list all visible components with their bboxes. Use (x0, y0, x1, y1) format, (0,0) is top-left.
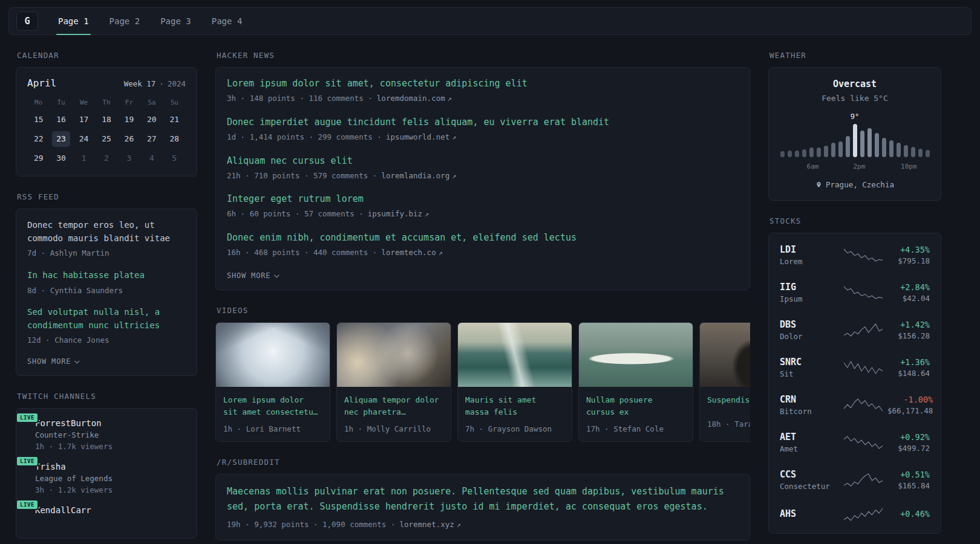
video-title: Lorem ipsum dolor sit amet consectetu… (216, 387, 330, 418)
weather-hour-bar (904, 145, 908, 157)
weather-time-label: 2pm (854, 163, 866, 170)
app-logo[interactable]: G (16, 11, 38, 31)
video-card[interactable]: Lorem ipsum dolor sit amet consectetu… 1… (215, 322, 330, 442)
calendar-day: 20 (140, 112, 163, 128)
stock-price: $499.72 (887, 444, 930, 453)
video-thumbnail (458, 323, 572, 387)
tab-page-3[interactable]: Page 3 (150, 8, 201, 34)
twitch-channel-name: KendallCarr (35, 505, 91, 515)
weather-hour-bar (831, 143, 835, 157)
rss-item-meta: 12d · Chance Jones (27, 335, 186, 346)
hn-item-domain-link[interactable]: loremtech.co↗ (381, 248, 443, 257)
rss-item-meta: 8d · Cynthia Saunders (27, 285, 186, 296)
hn-item-title[interactable]: Integer eget rutrum lorem (227, 193, 364, 206)
weather-hour-bar (882, 138, 886, 157)
tab-page-4[interactable]: Page 4 (201, 8, 253, 34)
hn-item-meta: 3h · 148 points · 116 comments ·loremdom… (227, 93, 739, 104)
hn-item-domain-link[interactable]: ipsumify.biz↗ (368, 209, 430, 218)
video-meta: 1h · Lori Barnett (216, 418, 330, 441)
weather-hour-bar (795, 151, 799, 157)
hn-item: Donec enim nibh, condimentum et accumsan… (227, 232, 739, 258)
hn-item-domain-link[interactable]: ipsumworld.net↗ (386, 132, 457, 141)
video-meta: 18h · Tara (700, 413, 750, 436)
calendar-day: 26 (118, 131, 140, 147)
rss-item-title[interactable]: Donec tempor eros leo, ut commodo mauris… (27, 219, 186, 245)
weather-hour-bar (918, 149, 923, 157)
twitch-channel[interactable]: LIVE ForrestBurton Counter-Strike 1h · 1… (27, 418, 186, 451)
weather-hour-bar (867, 128, 872, 157)
weather-location: Prague, Czechia (780, 180, 930, 189)
stock-row: LDILorem +4.35%$795.18 (780, 236, 930, 274)
twitch-channel[interactable]: LIVE Trisha League of Legends 3h · 1.2k … (27, 462, 186, 494)
video-meta: 1h · Molly Carrillo (337, 418, 451, 441)
calendar-day: 24 (73, 131, 95, 147)
stock-sparkline (844, 322, 883, 338)
rss-item-title[interactable]: Sed volutpat nulla nisl, a condimentum n… (27, 306, 186, 332)
left-column: CALENDAR April Week 17 · 2024 Mo Tu We T… (16, 35, 197, 539)
subreddit-post-domain: loremnet.xyz (399, 520, 454, 529)
stock-change: +1.36% (887, 357, 930, 367)
hn-item-domain-link[interactable]: loremlandia.org↗ (381, 171, 456, 180)
hn-item-title[interactable]: Aliquam nec cursus elit (227, 155, 353, 167)
calendar-week-label: Week 17 (124, 79, 156, 88)
show-more-label: SHOW MORE (227, 271, 270, 280)
stock-symbol: CRN (780, 394, 839, 405)
external-link-icon: ↗ (425, 210, 429, 218)
external-link-icon: ↗ (457, 520, 461, 529)
rss-item-meta: 7d · Ashlyn Martin (27, 248, 186, 259)
weather-hour-bar (824, 146, 828, 157)
video-card[interactable]: Mauris sit amet massa felis 7h · Grayson… (457, 322, 572, 442)
weather-condition: Overcast (780, 79, 930, 89)
stock-sparkline (844, 397, 883, 413)
calendar-day: 22 (27, 131, 50, 147)
stock-sparkline (844, 285, 883, 300)
stock-change: +0.46% (887, 509, 930, 519)
calendar-day: 30 (50, 151, 72, 166)
subreddit-post-title[interactable]: Maecenas mollis pulvinar erat non posuer… (227, 484, 739, 514)
hn-item-domain-link[interactable]: loremdomain.com↗ (377, 94, 452, 103)
weather-hour-bar (838, 141, 843, 157)
location-pin-icon (815, 181, 822, 189)
hn-show-more-button[interactable]: SHOW MORE (227, 271, 279, 280)
calendar-section-title: CALENDAR (17, 51, 196, 60)
external-link-icon: ↗ (452, 172, 456, 180)
hn-item: Lorem ipsum dolor sit amet, consectetur … (227, 77, 739, 104)
calendar-weekday: Th (95, 97, 117, 108)
rss-item: In hac habitasse platea 8d · Cynthia Sau… (27, 269, 186, 296)
hn-item-title[interactable]: Donec enim nibh, condimentum et accumsan… (227, 232, 577, 244)
stock-sparkline (844, 472, 883, 488)
twitch-widget: LIVE ForrestBurton Counter-Strike 1h · 1… (16, 408, 197, 539)
calendar-day: 28 (163, 131, 186, 147)
calendar-day-next-month: 4 (140, 151, 163, 166)
topbar: G Page 1 Page 2 Page 3 Page 4 (8, 7, 972, 35)
tab-page-2[interactable]: Page 2 (99, 8, 151, 34)
tab-page-1[interactable]: Page 1 (48, 8, 99, 34)
calendar-day: 16 (50, 112, 72, 128)
calendar-day-next-month: 1 (73, 151, 95, 166)
video-card[interactable]: Nullam posuere cursus ex 17h · Stefan Co… (578, 322, 693, 442)
external-link-icon: ↗ (452, 133, 456, 141)
subreddit-post-domain-link[interactable]: loremnet.xyz↗ (399, 520, 461, 529)
video-thumbnail (579, 323, 693, 387)
calendar-grid: Mo Tu We Th Fr Sa Su 15 16 17 18 19 20 2… (27, 97, 186, 166)
calendar-header: April Week 17 · 2024 (27, 77, 186, 89)
stock-price: $148.64 (887, 369, 930, 378)
hn-item-title[interactable]: Donec imperdiet augue tincidunt felis al… (227, 116, 609, 129)
weather-feels-like: Feels like 5°C (780, 94, 930, 103)
video-card[interactable]: Aliquam tempor dolor nec pharetra… 1h · … (336, 322, 451, 442)
hn-item-stats: 21h · 710 points · 579 comments · (227, 171, 377, 180)
subreddit-widget: Maecenas mollis pulvinar erat non posuer… (215, 474, 750, 540)
weather-hour-bar (889, 140, 893, 157)
video-title: Suspendisse diam (700, 387, 750, 413)
video-card[interactable]: Suspendisse diam 18h · Tara (699, 322, 750, 442)
calendar-weekday: Fr (118, 97, 140, 108)
calendar-weekday: Su (163, 97, 186, 108)
hn-item-stats: 16h · 468 points · 440 comments · (227, 248, 377, 257)
rss-item-title[interactable]: In hac habitasse platea (27, 269, 186, 282)
stock-name: Lorem (780, 257, 839, 266)
twitch-channel[interactable]: LIVE KendallCarr (27, 505, 186, 517)
twitch-section-title: TWITCH CHANNELS (17, 392, 196, 401)
stock-name: Ipsum (780, 294, 839, 303)
hn-item-title[interactable]: Lorem ipsum dolor sit amet, consectetur … (227, 77, 528, 90)
rss-show-more-button[interactable]: SHOW MORE (27, 357, 79, 366)
